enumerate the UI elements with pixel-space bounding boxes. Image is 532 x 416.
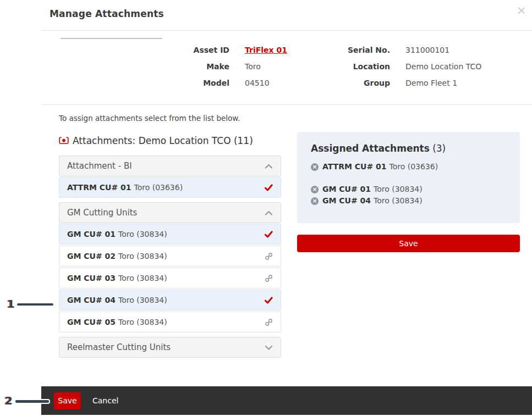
assigned-item-name: GM CU# 01 (322, 184, 371, 195)
remove-icon[interactable]: × (311, 186, 319, 193)
panel-save-button[interactable]: Save (297, 235, 520, 252)
assigned-panel-title: Assigned Attachments (3) (311, 143, 506, 154)
chevron-up-icon (265, 210, 273, 216)
serial-no-value: 311000101 (390, 42, 449, 58)
attachment-gear-icon (59, 136, 69, 145)
attachment-item-detail: Toro (30834) (118, 318, 167, 326)
group-value: Demo Fleet 1 (390, 75, 457, 91)
footer-bar: Save Cancel (41, 386, 532, 415)
attachment-group-label: Reelmaster Cutting Units (67, 342, 171, 352)
attachment-item-name: ATTRM CU# 01 (67, 183, 131, 192)
remove-icon[interactable]: × (311, 163, 319, 171)
link-icon (265, 318, 273, 326)
annotation-1-line (17, 303, 53, 306)
attachment-item-name: GM CU# 04 (67, 296, 116, 304)
attachment-item[interactable]: GM CU# 03Toro (30834) (59, 268, 281, 289)
attachment-group: Reelmaster Cutting Units (59, 337, 281, 358)
attachment-group-header[interactable]: GM Cutting Units (59, 202, 281, 223)
attachment-item-detail: Toro (30834) (118, 296, 167, 304)
assigned-item-name: GM CU# 04 (322, 195, 371, 207)
assigned-item-detail: Toro (03636) (389, 161, 438, 173)
attachments-heading: Attachments: Demo Location TCO (11) (59, 135, 253, 146)
attachment-item-detail: Toro (30834) (118, 230, 167, 238)
assigned-panel-title-text: Assigned Attachments (311, 143, 430, 154)
attachment-item[interactable]: GM CU# 04Toro (30834) (59, 290, 281, 310)
assigned-group: ×ATTRM CU# 01Toro (03636) (311, 161, 506, 173)
check-icon (265, 297, 273, 304)
check-icon (265, 184, 273, 191)
attachment-item[interactable]: GM CU# 05Toro (30834) (59, 312, 281, 332)
attachment-item[interactable]: GM CU# 02Toro (30834) (59, 246, 281, 267)
make-label: Make (50, 58, 229, 75)
location-label: Location (308, 58, 390, 75)
check-icon (265, 231, 273, 238)
section-divider (41, 104, 532, 105)
attachment-group-label: GM Cutting Units (67, 208, 137, 218)
annotation-1-number: 1 (7, 297, 15, 310)
chevron-down-icon (265, 345, 273, 351)
instruction-text: To assign attachments select from the li… (59, 114, 240, 123)
model-label: Model (50, 75, 229, 91)
attachment-item-detail: Toro (30834) (118, 252, 167, 260)
attachment-item-detail: Toro (30834) (118, 274, 167, 282)
assigned-item: ×GM CU# 01Toro (30834) (311, 184, 506, 195)
attachment-item-name: GM CU# 01 (67, 230, 116, 238)
attachment-item-name: GM CU# 02 (67, 252, 116, 260)
attachment-group: Attachment - BIATTRM CU# 01Toro (03636) (59, 156, 281, 198)
assigned-item-name: ATTRM CU# 01 (322, 161, 386, 173)
remove-icon[interactable]: × (311, 197, 319, 205)
assigned-item: ×ATTRM CU# 01Toro (03636) (311, 161, 506, 173)
attachments-heading-text: Attachments: Demo Location TCO (11) (73, 135, 253, 146)
manage-attachments-modal: Manage Attachments × Asset ID TriFlex 01… (0, 0, 532, 416)
group-label: Group (308, 75, 390, 91)
assigned-items: ×ATTRM CU# 01Toro (03636)×GM CU# 01Toro … (311, 161, 506, 207)
attachment-group-header[interactable]: Reelmaster Cutting Units (59, 337, 281, 358)
close-icon[interactable]: × (517, 4, 526, 16)
attachment-item-detail: Toro (03636) (134, 183, 183, 192)
attachment-item[interactable]: ATTRM CU# 01Toro (03636) (59, 177, 281, 198)
assigned-group: ×GM CU# 01Toro (30834)×GM CU# 04Toro (30… (311, 184, 506, 207)
attachment-item-name: GM CU# 05 (67, 318, 116, 326)
asset-id-link[interactable]: TriFlex 01 (245, 46, 287, 54)
attachment-item-name: GM CU# 03 (67, 274, 116, 282)
assigned-item-detail: Toro (30834) (374, 195, 423, 207)
annotation-2-number: 2 (5, 394, 13, 407)
assigned-panel-count: (3) (432, 143, 446, 154)
asset-id-label: Asset ID (50, 42, 229, 58)
attachment-group-label: Attachment - BI (67, 161, 132, 171)
attachment-group: GM Cutting UnitsGM CU# 01Toro (30834)GM … (59, 202, 281, 332)
assigned-attachments-panel: Assigned Attachments (3) ×ATTRM CU# 01To… (297, 132, 520, 223)
annotation-2-line (15, 400, 49, 403)
link-icon (265, 274, 273, 282)
attachment-item[interactable]: GM CU# 01Toro (30834) (59, 224, 281, 245)
assigned-item-detail: Toro (30834) (374, 184, 423, 195)
footer-save-button[interactable]: Save (54, 392, 81, 409)
make-value: Toro (229, 58, 261, 75)
header-divider (41, 30, 532, 31)
modal-title: Manage Attachments (50, 8, 164, 19)
link-icon (265, 252, 273, 260)
attachment-groups: Attachment - BIATTRM CU# 01Toro (03636)G… (59, 156, 281, 362)
assigned-item: ×GM CU# 04Toro (30834) (311, 195, 506, 207)
asset-image-placeholder (61, 38, 162, 39)
chevron-up-icon (265, 163, 273, 169)
attachment-group-header[interactable]: Attachment - BI (59, 156, 281, 176)
footer-cancel-button[interactable]: Cancel (92, 396, 118, 405)
serial-no-label: Serial No. (308, 42, 390, 58)
location-value: Demo Location TCO (390, 58, 481, 75)
model-value: 04510 (229, 75, 270, 91)
